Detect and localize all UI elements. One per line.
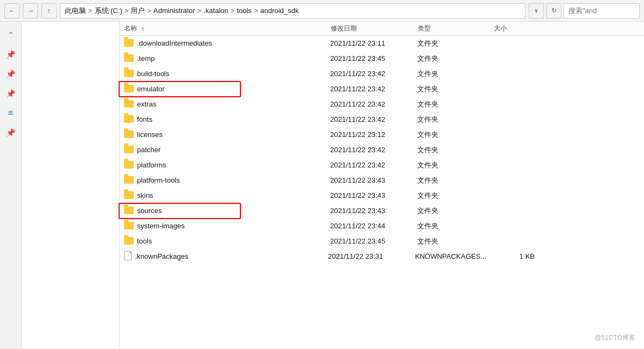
file-type: 文件夹: [417, 176, 493, 185]
file-date: 2021/11/22 23:42: [330, 146, 417, 154]
file-date: 2021/11/22 23:44: [330, 222, 417, 230]
file-list-area: 名称 ∧ 修改日期 类型 大小 .downloadIntermediates20…: [120, 22, 644, 349]
folder-icon: [124, 222, 134, 229]
watermark: @51CTO博客: [595, 333, 635, 342]
back-button[interactable]: ←: [4, 3, 20, 18]
folder-icon: [124, 176, 134, 184]
file-date: 2021/11/22 23:43: [330, 191, 417, 200]
file-type: 文件夹: [417, 160, 493, 170]
path-part: android_sdk: [260, 7, 299, 15]
path-part: 系统 (C:): [95, 6, 122, 16]
file-name: .temp: [137, 54, 330, 63]
sidebar-pin-button3[interactable]: 📌: [3, 86, 18, 101]
table-row[interactable]: build-tools2021/11/22 23:42文件夹: [120, 66, 644, 82]
path-part: 用户: [131, 6, 145, 16]
file-date: 2021/11/22 23:31: [328, 252, 415, 260]
file-name: patcher: [137, 146, 330, 154]
folder-icon: [124, 115, 134, 123]
col-date-header[interactable]: 修改日期: [331, 24, 418, 33]
file-name: sources: [137, 207, 330, 215]
file-date: 2021/11/22 23:12: [330, 130, 417, 139]
file-name: emulator: [137, 85, 330, 93]
table-row[interactable]: extras2021/11/22 23:42文件夹: [120, 97, 644, 112]
file-type: 文件夹: [417, 54, 493, 64]
file-name: platforms: [137, 161, 330, 169]
up-button[interactable]: ↑: [41, 3, 57, 18]
table-row[interactable]: sources2021/11/22 23:43文件夹: [120, 203, 644, 219]
file-date: 2021/11/22 23:42: [330, 70, 417, 78]
file-name: tools: [137, 237, 330, 245]
main-layout: ⌃ 📌 📌 📌 ≡ 📌 名称 ∧ 修改日期 类型 大小 .downloa: [0, 22, 644, 349]
sidebar: ⌃ 📌 📌 📌 ≡ 📌: [0, 22, 22, 349]
col-size-header[interactable]: 大小: [494, 24, 537, 33]
sidebar-pin-button[interactable]: 📌: [3, 47, 18, 62]
folder-icon: [124, 70, 134, 77]
file-name: .knownPackages: [135, 252, 328, 260]
file-date: 2021/11/22 23:45: [330, 237, 417, 245]
folder-icon: [124, 130, 134, 138]
file-date: 2021/11/22 23:11: [330, 39, 417, 47]
path-part: 此电脑: [65, 6, 86, 16]
file-name: fonts: [137, 115, 330, 123]
file-type: 文件夹: [417, 115, 493, 124]
file-date: 2021/11/22 23:42: [330, 100, 417, 108]
file-name: .downloadIntermediates: [137, 39, 330, 47]
file-type: 文件夹: [417, 69, 493, 79]
address-path[interactable]: 此电脑 > 系统 (C:) > 用户 > Administrator > .ka…: [60, 3, 525, 18]
file-rows-container: .downloadIntermediates2021/11/22 23:11文件…: [120, 36, 644, 264]
table-row[interactable]: platform-tools2021/11/22 23:43文件夹: [120, 173, 644, 188]
folder-icon: [124, 146, 134, 153]
search-input[interactable]: [564, 3, 640, 18]
file-date: 2021/11/22 23:45: [330, 54, 417, 63]
path-part: .katalon: [203, 7, 228, 15]
sidebar-expand-button[interactable]: ⌃: [3, 27, 18, 42]
nav-pane: [22, 22, 120, 349]
file-type: 文件夹: [417, 130, 493, 140]
file-type: 文件夹: [417, 191, 493, 201]
file-type: KNOWNPACKAGES...: [415, 252, 491, 260]
dropdown-button[interactable]: ∨: [529, 3, 544, 18]
file-icon: [124, 251, 132, 260]
sidebar-pin-button2[interactable]: 📌: [3, 66, 18, 82]
file-name: skins: [137, 191, 330, 200]
folder-icon: [124, 39, 134, 47]
sort-arrow: ∧: [141, 26, 145, 32]
table-row[interactable]: skins2021/11/22 23:43文件夹: [120, 188, 644, 203]
sidebar-nav-button[interactable]: ≡: [3, 105, 18, 121]
address-bar: ← → ↑ 此电脑 > 系统 (C:) > 用户 > Administrator…: [0, 0, 644, 22]
file-name: system-images: [137, 222, 330, 230]
forward-button[interactable]: →: [23, 3, 38, 18]
table-row[interactable]: .knownPackages2021/11/22 23:31KNOWNPACKA…: [120, 249, 644, 264]
col-name-header[interactable]: 名称 ∧: [124, 24, 331, 33]
file-size: 1 KB: [491, 252, 535, 260]
folder-icon: [124, 191, 134, 199]
folder-icon: [124, 161, 134, 169]
file-type: 文件夹: [417, 39, 493, 48]
folder-icon: [124, 85, 134, 92]
file-date: 2021/11/22 23:43: [330, 207, 417, 215]
table-row[interactable]: .temp2021/11/22 23:45文件夹: [120, 51, 644, 66]
table-row[interactable]: patcher2021/11/22 23:42文件夹: [120, 142, 644, 158]
table-row[interactable]: licenses2021/11/22 23:12文件夹: [120, 127, 644, 142]
file-date: 2021/11/22 23:42: [330, 85, 417, 93]
file-name: platform-tools: [137, 176, 330, 184]
refresh-button[interactable]: ↻: [546, 3, 561, 18]
sidebar-pin-button4[interactable]: 📌: [3, 125, 18, 140]
column-header: 名称 ∧ 修改日期 类型 大小: [120, 22, 644, 36]
file-name: extras: [137, 100, 330, 108]
file-type: 文件夹: [417, 221, 493, 231]
table-row[interactable]: tools2021/11/22 23:45文件夹: [120, 234, 644, 249]
table-row[interactable]: fonts2021/11/22 23:42文件夹: [120, 112, 644, 127]
table-row[interactable]: system-images2021/11/22 23:44文件夹: [120, 219, 644, 234]
file-type: 文件夹: [417, 84, 493, 94]
file-type: 文件夹: [417, 236, 493, 246]
table-row[interactable]: platforms2021/11/22 23:42文件夹: [120, 158, 644, 173]
file-date: 2021/11/22 23:42: [330, 161, 417, 169]
col-type-header[interactable]: 类型: [418, 24, 494, 33]
file-name: build-tools: [137, 70, 330, 78]
file-name: licenses: [137, 130, 330, 139]
table-row[interactable]: .downloadIntermediates2021/11/22 23:11文件…: [120, 36, 644, 51]
file-type: 文件夹: [417, 145, 493, 155]
path-part: tools: [237, 7, 251, 15]
table-row[interactable]: emulator2021/11/22 23:42文件夹: [120, 82, 644, 97]
